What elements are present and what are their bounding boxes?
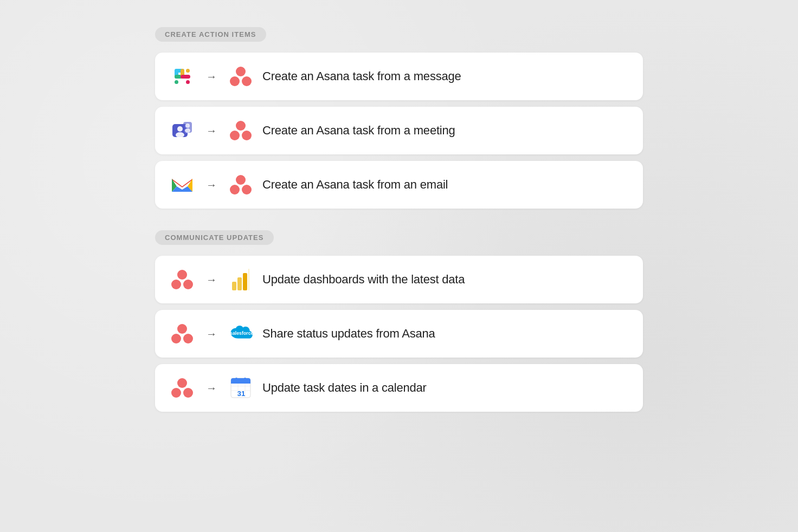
powerbi-icon: [229, 268, 253, 291]
asana-icon: [229, 173, 253, 197]
card-label: Create an Asana task from a meeting: [262, 124, 455, 138]
svg-rect-47: [235, 378, 237, 382]
svg-point-17: [185, 124, 190, 128]
arrow-icon: →: [206, 179, 217, 191]
svg-point-20: [230, 131, 240, 140]
svg-rect-7: [186, 80, 190, 84]
svg-point-10: [242, 76, 252, 86]
asana-icon: [170, 268, 194, 291]
card-label: Update dashboards with the latest data: [262, 273, 465, 287]
svg-rect-29: [237, 277, 242, 290]
salesforce-icon: salesforce: [229, 322, 253, 346]
svg-rect-5: [186, 69, 190, 73]
svg-point-37: [171, 388, 181, 398]
svg-point-21: [242, 131, 252, 140]
svg-point-19: [236, 121, 246, 131]
svg-point-18: [185, 128, 190, 133]
svg-rect-41: [231, 381, 250, 384]
svg-rect-28: [232, 282, 236, 290]
card-label: Share status updates from Asana: [262, 327, 435, 341]
gcal-icon: 31: [229, 376, 253, 400]
svg-point-23: [230, 185, 240, 194]
teams-icon: [170, 119, 194, 142]
asana-icon: [170, 376, 194, 400]
svg-point-32: [177, 324, 187, 334]
svg-point-25: [177, 270, 187, 280]
main-container: CREATE ACTION ITEMS → Create an Asana ta…: [155, 27, 643, 433]
svg-rect-48: [244, 378, 246, 382]
card-asana-to-salesforce[interactable]: → salesforce Share status updates from A…: [155, 310, 643, 358]
svg-rect-3: [175, 80, 178, 84]
section-label-create-action-items: CREATE ACTION ITEMS: [155, 27, 266, 42]
slack-icon: [170, 64, 194, 88]
svg-point-22: [236, 175, 246, 185]
asana-icon: [170, 322, 194, 346]
card-label: Create an Asana task from a message: [262, 69, 461, 83]
asana-icon: [229, 64, 253, 88]
asana-icon: [229, 119, 253, 142]
svg-point-33: [171, 334, 181, 343]
section-create-action-items: CREATE ACTION ITEMS → Create an Asana ta…: [155, 27, 643, 209]
svg-point-9: [230, 76, 240, 86]
card-asana-to-gcal[interactable]: → 31 Update task dates in a calendar: [155, 364, 643, 412]
card-label: Create an Asana task from an email: [262, 178, 448, 192]
svg-point-8: [236, 67, 246, 76]
section-label-communicate-updates: COMMUNICATE UPDATES: [155, 230, 274, 245]
svg-rect-6: [181, 75, 190, 79]
svg-point-26: [171, 280, 181, 289]
svg-point-24: [242, 185, 252, 194]
card-teams-to-asana[interactable]: → Create an Asana task from a meeting: [155, 107, 643, 154]
card-gmail-to-asana[interactable]: → Create an Asana task from an email: [155, 161, 643, 209]
svg-rect-31: [248, 269, 249, 290]
card-slack-to-asana[interactable]: → Create an Asana task from a message: [155, 53, 643, 100]
arrow-icon: →: [206, 382, 217, 394]
svg-point-12: [177, 126, 183, 132]
arrow-icon: →: [206, 274, 217, 286]
gmail-icon: [170, 173, 194, 197]
svg-text:31: 31: [237, 390, 245, 398]
card-asana-to-powerbi[interactable]: → Update dashboards with the latest data: [155, 256, 643, 303]
section-communicate-updates: COMMUNICATE UPDATES → Update dashboards …: [155, 230, 643, 412]
arrow-icon: →: [206, 125, 217, 137]
svg-point-38: [183, 388, 193, 398]
card-label: Update task dates in a calendar: [262, 381, 427, 395]
svg-point-13: [176, 132, 184, 138]
svg-text:salesforce: salesforce: [230, 330, 253, 336]
svg-rect-30: [243, 273, 247, 290]
svg-point-36: [177, 378, 187, 388]
svg-point-27: [183, 280, 193, 289]
arrow-icon: →: [206, 70, 217, 83]
svg-point-34: [183, 334, 193, 343]
arrow-icon: →: [206, 328, 217, 340]
